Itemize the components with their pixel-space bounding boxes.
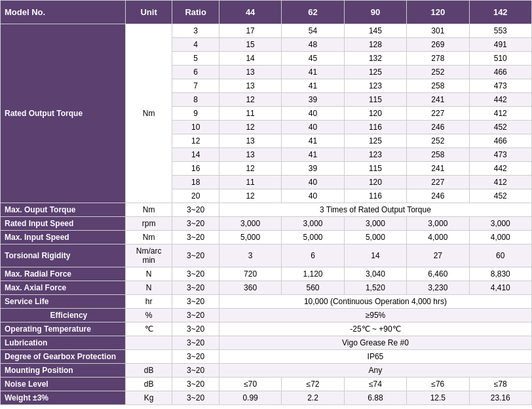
value-cell: 125 bbox=[344, 134, 406, 148]
value-cell: 14 bbox=[344, 244, 406, 267]
header-90: 90 bbox=[344, 1, 406, 24]
value-cell: 3,040 bbox=[344, 267, 406, 281]
value-cell: 246 bbox=[407, 121, 469, 134]
value-cell: 6,460 bbox=[407, 267, 469, 281]
ratio-cell: 12 bbox=[172, 134, 219, 148]
value-cell: ≤76 bbox=[407, 378, 469, 391]
value-cell: 41 bbox=[282, 148, 344, 162]
value-cell: 116 bbox=[344, 189, 406, 203]
efficiency-unit: % bbox=[125, 309, 172, 322]
value-cell: 128 bbox=[344, 38, 406, 52]
value-cell: 132 bbox=[344, 52, 406, 66]
ratio-cell: 6 bbox=[172, 66, 219, 79]
value-cell: 3,230 bbox=[407, 281, 469, 295]
value-cell: 23.16 bbox=[469, 391, 531, 405]
value-cell: 45 bbox=[282, 52, 344, 66]
value-cell: ≤70 bbox=[219, 378, 281, 391]
row-ratio: 3~20 bbox=[172, 231, 219, 244]
row-ratio: 3~20 bbox=[172, 244, 219, 267]
value-cell: 120 bbox=[344, 107, 406, 121]
value-cell: 412 bbox=[469, 176, 531, 189]
value-cell: 466 bbox=[469, 134, 531, 148]
row-label: Weight ±3% bbox=[1, 391, 126, 405]
value-cell: 3,000 bbox=[469, 217, 531, 231]
row-ratio: 3~20 bbox=[172, 267, 219, 281]
value-cell: 40 bbox=[282, 176, 344, 189]
ratio-cell: 3 bbox=[172, 24, 219, 38]
specs-table: Model No. Unit Ratio 44 62 90 120 142 Ra… bbox=[0, 0, 532, 405]
row-unit: Nm bbox=[125, 203, 172, 217]
row-ratio: 3~20 bbox=[172, 364, 219, 378]
value-cell: 145 bbox=[344, 24, 406, 38]
value-cell: 12 bbox=[219, 162, 281, 176]
value-cell: 8,830 bbox=[469, 267, 531, 281]
value-cell: 412 bbox=[469, 107, 531, 121]
value-cell: 227 bbox=[407, 176, 469, 189]
merged-value: IP65 bbox=[219, 350, 531, 364]
header-ratio: Ratio bbox=[172, 1, 219, 24]
value-cell: 466 bbox=[469, 66, 531, 79]
row-unit: ℃ bbox=[125, 322, 172, 336]
header-44: 44 bbox=[219, 1, 281, 24]
value-cell: 41 bbox=[282, 66, 344, 79]
value-cell: 442 bbox=[469, 162, 531, 176]
value-cell: 125 bbox=[344, 66, 406, 79]
value-cell: 6 bbox=[282, 244, 344, 267]
row-ratio: 3~20 bbox=[172, 391, 219, 405]
row-label: Noise Level bbox=[1, 378, 126, 391]
value-cell: 39 bbox=[282, 162, 344, 176]
header-62: 62 bbox=[282, 1, 344, 24]
value-cell: 3 bbox=[219, 244, 281, 267]
ratio-cell: 18 bbox=[172, 176, 219, 189]
row-ratio: 3~20 bbox=[172, 336, 219, 350]
value-cell: 560 bbox=[282, 281, 344, 295]
header-142: 142 bbox=[469, 1, 531, 24]
row-unit: N bbox=[125, 267, 172, 281]
value-cell: 15 bbox=[219, 38, 281, 52]
value-cell: 4,410 bbox=[469, 281, 531, 295]
value-cell: 0.99 bbox=[219, 391, 281, 405]
value-cell: 278 bbox=[407, 52, 469, 66]
ratio-cell: 20 bbox=[172, 189, 219, 203]
value-cell: 491 bbox=[469, 38, 531, 52]
row-label: Max. Axial Force bbox=[1, 281, 126, 295]
value-cell: ≤72 bbox=[282, 378, 344, 391]
row-ratio: 3~20 bbox=[172, 378, 219, 391]
value-cell: 41 bbox=[282, 134, 344, 148]
efficiency-label: Efficiency bbox=[1, 309, 126, 322]
row-ratio: 3~20 bbox=[172, 350, 219, 364]
value-cell: 452 bbox=[469, 189, 531, 203]
efficiency-ratio: 3~20 bbox=[172, 309, 219, 322]
merged-value: 10,000 (Continuous Operation 4,000 hrs) bbox=[219, 295, 531, 309]
row-unit: dB bbox=[125, 364, 172, 378]
value-cell: 452 bbox=[469, 121, 531, 134]
value-cell: 48 bbox=[282, 38, 344, 52]
ratio-cell: 7 bbox=[172, 79, 219, 93]
rated-output-torque-unit: Nm bbox=[125, 24, 172, 203]
value-cell: 60 bbox=[469, 244, 531, 267]
row-unit: hr bbox=[125, 295, 172, 309]
header-120: 120 bbox=[407, 1, 469, 24]
value-cell: 115 bbox=[344, 162, 406, 176]
row-ratio: 3~20 bbox=[172, 322, 219, 336]
value-cell: 301 bbox=[407, 24, 469, 38]
value-cell: 258 bbox=[407, 79, 469, 93]
value-cell: 11 bbox=[219, 176, 281, 189]
value-cell: 473 bbox=[469, 79, 531, 93]
value-cell: 553 bbox=[469, 24, 531, 38]
value-cell: 510 bbox=[469, 52, 531, 66]
merged-value: -25℃ ~ +90℃ bbox=[219, 322, 531, 336]
value-cell: 246 bbox=[407, 189, 469, 203]
value-cell: 41 bbox=[282, 79, 344, 93]
row-label: Operating Temperature bbox=[1, 322, 126, 336]
value-cell: 123 bbox=[344, 148, 406, 162]
row-ratio: 3~20 bbox=[172, 295, 219, 309]
row-label: Lubrication bbox=[1, 336, 126, 350]
value-cell: 241 bbox=[407, 93, 469, 107]
value-cell: 11 bbox=[219, 107, 281, 121]
header-model: Model No. bbox=[1, 1, 126, 24]
value-cell: 13 bbox=[219, 148, 281, 162]
ratio-cell: 14 bbox=[172, 148, 219, 162]
value-cell: 13 bbox=[219, 134, 281, 148]
merged-value: 3 Times of Rated Output Torque bbox=[219, 203, 531, 217]
